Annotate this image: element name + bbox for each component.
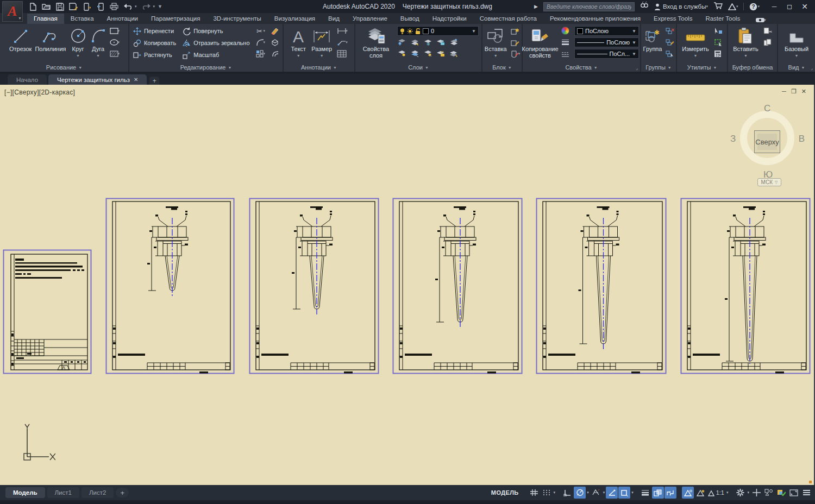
ribbon-tab[interactable]: Параметризация xyxy=(145,14,206,24)
layer-thaw-button[interactable] xyxy=(410,49,419,59)
layer-select-dropdown[interactable]: 0 ▼ xyxy=(397,26,479,36)
table-button[interactable] xyxy=(337,49,348,59)
annotation-autoscale-toggle[interactable]: ✱ xyxy=(694,487,706,499)
annotation-visibility-toggle[interactable] xyxy=(682,487,694,499)
transparency-toggle[interactable] xyxy=(652,487,664,499)
ribbon-tab[interactable]: Вид xyxy=(322,14,346,24)
cut-button[interactable]: ✂ xyxy=(763,26,773,36)
annotation-scale-dropdown[interactable]: ▾ xyxy=(726,490,729,495)
group-button[interactable]: ✱ Группа xyxy=(642,26,664,53)
line-button[interactable]: Отрезок xyxy=(8,26,33,53)
workspace-switch-button[interactable] xyxy=(734,487,746,499)
layer-lock-button[interactable] xyxy=(436,38,445,48)
redo-dropdown[interactable]: ▾ xyxy=(153,4,155,9)
layout-tab-sheet2[interactable]: Лист2 xyxy=(82,487,114,498)
new-doc-tab-button[interactable]: + xyxy=(149,77,159,85)
open-file-button[interactable] xyxy=(42,2,51,11)
new-file-button[interactable] xyxy=(28,2,37,11)
linetype-list-icon[interactable] xyxy=(561,50,569,60)
doc-tab-start[interactable]: Начало xyxy=(8,74,47,85)
panel-title-layers[interactable]: Слои▼ xyxy=(355,63,481,72)
quick-calc-button[interactable] xyxy=(714,49,723,59)
osnap-toggle[interactable] xyxy=(618,487,630,499)
model-space[interactable]: А xyxy=(0,85,815,485)
close-button[interactable]: ✕ xyxy=(798,1,812,12)
explode-button[interactable] xyxy=(271,37,279,47)
ribbon-tab[interactable]: Совместная работа xyxy=(473,14,543,24)
maximize-button[interactable]: ◻ xyxy=(782,1,797,12)
save-as-button[interactable] xyxy=(69,2,78,11)
print-button[interactable] xyxy=(110,2,118,11)
osnap-dropdown[interactable]: ▾ xyxy=(631,490,634,495)
ribbon-tab[interactable]: Raster Tools xyxy=(699,14,747,24)
ribbon-tab[interactable]: Вывод xyxy=(394,14,426,24)
layer-freeze-button[interactable]: ❄ xyxy=(423,38,432,48)
layer-unisolate-button[interactable] xyxy=(423,49,432,59)
base-view-button[interactable]: Базовый▼ xyxy=(783,26,810,60)
layer-on-button[interactable] xyxy=(397,49,406,59)
scrollbar-grip[interactable] xyxy=(809,481,812,483)
help-search-input[interactable] xyxy=(543,2,635,11)
polyline-button[interactable]: Полилиния xyxy=(33,26,67,53)
isolate-objects-button[interactable] xyxy=(763,487,775,499)
iso-drafting-toggle[interactable] xyxy=(590,487,602,499)
graphics-performance-button[interactable] xyxy=(775,487,787,499)
redo-button[interactable] xyxy=(142,2,151,11)
viewcube-east[interactable]: В xyxy=(799,134,805,144)
panel-title-groups[interactable]: Группы▼ xyxy=(641,63,676,72)
edit-block-button[interactable] xyxy=(511,37,521,47)
ribbon-tab[interactable]: Express Tools xyxy=(647,14,699,24)
application-menu-button[interactable]: A ▼ xyxy=(2,1,23,22)
offset-button[interactable] xyxy=(271,49,279,59)
panel-title-view[interactable]: Вид▼⌟ xyxy=(778,63,815,72)
open-from-web-button[interactable] xyxy=(96,2,105,11)
viewcube-face-top[interactable]: Сверху xyxy=(754,130,780,153)
scale-button[interactable]: Масштаб xyxy=(183,49,249,60)
drawing-sheet[interactable] xyxy=(537,199,666,374)
drawing-area[interactable]: А [−][Сверху][2D-каркас] ─ ❐ ✕ С Ю З В С… xyxy=(0,85,815,485)
close-tab-icon[interactable]: ✕ xyxy=(134,77,138,83)
annotation-scale-button[interactable]: 1:1 xyxy=(707,487,725,499)
polar-tracking-toggle[interactable] xyxy=(574,487,586,499)
lineweight-list-icon[interactable] xyxy=(561,37,569,47)
ribbon-tab[interactable]: Рекомендованные приложения xyxy=(543,14,647,24)
layer-unlock-button[interactable] xyxy=(436,49,445,59)
grid-toggle[interactable] xyxy=(528,487,540,499)
create-block-button[interactable]: ✱ xyxy=(511,26,521,36)
array-button[interactable]: ▾ xyxy=(256,49,266,59)
trim-button[interactable]: ✂▾ xyxy=(256,26,266,36)
ribbon-tab[interactable]: Надстройки xyxy=(426,14,473,24)
circle-button[interactable]: Круг▼ xyxy=(68,26,89,60)
customization-menu-button[interactable] xyxy=(800,487,812,499)
iso-dropdown[interactable]: ▾ xyxy=(603,490,606,495)
search-collapse-icon[interactable]: ▶ xyxy=(534,4,538,9)
search-exchange-icon[interactable] xyxy=(640,2,649,11)
save-button[interactable] xyxy=(55,2,64,11)
layer-properties-button[interactable]: Свойства слоя xyxy=(359,26,393,59)
paste-button[interactable]: Вставить▼ xyxy=(731,26,760,60)
dimension-button[interactable]: Размер▼ xyxy=(310,26,334,60)
annotation-monitor-button[interactable] xyxy=(750,487,762,499)
group-edit-button[interactable] xyxy=(666,37,674,47)
viewcube-west[interactable]: З xyxy=(730,134,736,144)
qat-customize-button[interactable]: ▼ xyxy=(158,4,162,9)
quick-select-button[interactable] xyxy=(714,26,723,36)
layout-tab-sheet1[interactable]: Лист1 xyxy=(47,487,79,498)
panel-title-draw[interactable]: Рисование▼ xyxy=(0,63,128,72)
lineweight-toggle[interactable] xyxy=(640,487,651,499)
leader-button[interactable]: ▾ xyxy=(337,37,348,47)
viewcube-ucs-menu[interactable]: МСК▽ xyxy=(757,178,781,186)
mirror-button[interactable]: Отразить зеркально xyxy=(183,37,249,48)
undo-button[interactable] xyxy=(123,2,132,11)
drawing-sheet[interactable] xyxy=(393,199,522,374)
color-wheel-icon[interactable] xyxy=(561,27,569,35)
insert-block-button[interactable]: Вставка▼ xyxy=(483,26,509,60)
arc-button[interactable]: Дуга▼ xyxy=(89,26,108,60)
text-button[interactable]: A Текст▼ xyxy=(289,26,308,60)
panel-title-utils[interactable]: Утилиты▼ xyxy=(677,63,727,72)
ribbon-tab[interactable]: 3D-инструменты xyxy=(206,14,267,24)
measure-button[interactable]: Измерить▼ xyxy=(680,26,711,60)
ellipse-button[interactable]: ▾ xyxy=(109,37,120,47)
autodesk-360-button[interactable]: ▾ xyxy=(728,3,738,10)
linear-dim-button[interactable]: ▾ xyxy=(337,26,348,36)
